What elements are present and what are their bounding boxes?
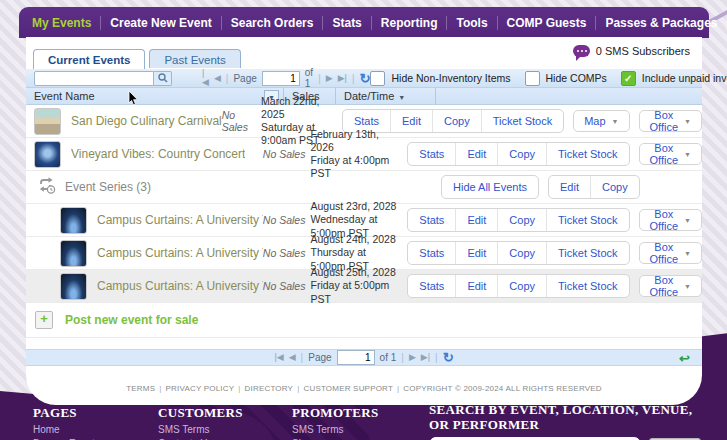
pager-of-label: of 1 xyxy=(380,352,397,363)
box-office-menu-button[interactable]: Box Office▼ xyxy=(639,110,702,132)
edit-button[interactable]: Edit xyxy=(455,275,497,297)
list-toolbar: |◀◀|Pageof 1|▶▶||↻ Hide Non-Inventory It… xyxy=(26,68,702,88)
pager-next-button[interactable]: ▶ xyxy=(326,74,333,83)
search-icon[interactable] xyxy=(154,71,172,86)
event-series-icon xyxy=(36,176,56,198)
legal-link-directory[interactable]: DIRECTORY xyxy=(245,384,294,393)
filter-label: Hide COMPs xyxy=(546,72,607,84)
box-office-menu-button[interactable]: Box Office▼ xyxy=(639,209,702,231)
edit-button[interactable]: Edit xyxy=(455,209,497,231)
tab-past-events[interactable]: Past Events xyxy=(149,49,240,69)
plus-icon[interactable]: + xyxy=(35,311,53,329)
edit-button[interactable]: Edit xyxy=(549,176,590,198)
sales-value: No Sales xyxy=(263,148,311,160)
checkbox[interactable]: ✓ xyxy=(621,71,636,86)
box-office-menu-button[interactable]: Box Office▼ xyxy=(639,143,702,165)
legal-link-privacy-policy[interactable]: PRIVACY POLICY xyxy=(166,384,235,393)
event-thumbnail xyxy=(60,240,87,267)
row-action-group: StatsEditCopyTicket Stock xyxy=(407,142,629,166)
search-input[interactable] xyxy=(34,71,154,86)
nav-item-passes-packages[interactable]: Passes & Packages xyxy=(595,16,726,30)
event-name-link[interactable]: Campus Curtains: A University Theater Pr… xyxy=(97,279,263,293)
tab-bar: Current EventsPast Events xyxy=(33,48,245,69)
pager-prev-button[interactable]: ◀ xyxy=(289,353,296,362)
hide-all-events-button[interactable]: Hide All Events xyxy=(442,176,538,198)
stats-button[interactable]: Stats xyxy=(408,275,455,297)
menu-label: Box Office xyxy=(650,208,679,232)
menu-label: Box Office xyxy=(650,142,679,166)
ticket-stock-button[interactable]: Ticket Stock xyxy=(546,275,629,297)
row-action-group: StatsEditCopyTicket Stock xyxy=(407,274,629,298)
ticket-stock-button[interactable]: Ticket Stock xyxy=(546,209,629,231)
pager-last-button[interactable]: ▶| xyxy=(421,353,430,362)
copy-button[interactable]: Copy xyxy=(590,176,639,198)
event-name-link[interactable]: Campus Curtains: A University Theater Pr… xyxy=(97,246,263,260)
sms-subscribers-label: 0 SMS Subscribers xyxy=(596,45,690,57)
pager-last-button[interactable]: ▶| xyxy=(338,74,347,83)
copy-button[interactable]: Copy xyxy=(497,143,546,165)
page-input[interactable] xyxy=(262,71,300,86)
pager-next-button[interactable]: ▶ xyxy=(409,353,416,362)
filter-label: Include unpaid invoices xyxy=(642,72,727,84)
copy-button[interactable]: Copy xyxy=(432,110,481,132)
pager-page-label: Page xyxy=(233,73,256,84)
nav-item-reporting[interactable]: Reporting xyxy=(371,16,447,30)
nav-item-create-new-event[interactable]: Create New Event xyxy=(100,16,220,30)
sms-subscribers[interactable]: 0 SMS Subscribers xyxy=(573,45,690,57)
map-menu-button[interactable]: Map▼ xyxy=(573,110,629,132)
table-header: Event Name ▼ Sales Date/Time▼ xyxy=(26,88,702,105)
event-name-link[interactable]: Campus Curtains: A University Theater Pr… xyxy=(97,213,263,227)
nav-item-stats[interactable]: Stats xyxy=(322,16,370,30)
event-name-link[interactable]: Vineyard Vibes: Country Concert xyxy=(71,147,245,161)
stats-button[interactable]: Stats xyxy=(408,209,455,231)
tab-current-events[interactable]: Current Events xyxy=(33,49,145,69)
box-office-menu-button[interactable]: Box Office▼ xyxy=(639,275,702,297)
ticket-stock-button[interactable]: Ticket Stock xyxy=(546,143,629,165)
edit-button[interactable]: Edit xyxy=(455,242,497,264)
post-new-event-row[interactable]: +Post new event for sale xyxy=(26,303,702,338)
nav-item-comp-guests[interactable]: COMP Guests xyxy=(497,16,596,30)
nav-item-my-events[interactable]: My Events xyxy=(23,16,100,30)
edit-button[interactable]: Edit xyxy=(455,143,497,165)
refresh-icon[interactable]: ↻ xyxy=(443,351,454,364)
nav-item-tools[interactable]: Tools xyxy=(446,16,496,30)
event-name-link[interactable]: San Diego Culinary Carnival xyxy=(71,114,222,128)
chevron-down-icon: ▼ xyxy=(684,118,691,125)
footer-link-sms-terms[interactable]: SMS Terms xyxy=(292,424,378,435)
back-arrow-icon[interactable]: ↩ xyxy=(679,351,690,366)
chat-bubble-icon xyxy=(573,45,590,57)
menu-label: Box Office xyxy=(650,274,679,298)
box-office-menu-button[interactable]: Box Office▼ xyxy=(639,242,702,264)
menu-label: Box Office xyxy=(650,241,679,265)
copy-button[interactable]: Copy xyxy=(497,275,546,297)
date-time-value: February 13th, 2026Friday at 4:00pm PST xyxy=(311,128,403,181)
pager-divider: | xyxy=(352,73,355,84)
pager-first-button[interactable]: |◀ xyxy=(202,69,209,87)
ticket-stock-button[interactable]: Ticket Stock xyxy=(481,110,564,132)
stats-button[interactable]: Stats xyxy=(408,242,455,264)
page-input[interactable] xyxy=(337,350,375,365)
event-thumbnail xyxy=(60,207,87,234)
copy-button[interactable]: Copy xyxy=(497,242,546,264)
page: My EventsCreate New EventSearch OrdersSt… xyxy=(0,0,727,440)
pager-of-label: of 1 xyxy=(305,67,313,89)
column-header-event-name[interactable]: Event Name ▼ xyxy=(26,88,284,105)
stats-button[interactable]: Stats xyxy=(408,143,455,165)
column-header-actions xyxy=(436,88,702,105)
legal-link-customer-support[interactable]: CUSTOMER SUPPORT xyxy=(303,384,393,393)
column-header-date[interactable]: Date/Time▼ xyxy=(336,88,436,105)
pager-first-button[interactable]: |◀ xyxy=(274,353,283,362)
post-new-event-label[interactable]: Post new event for sale xyxy=(65,313,198,327)
copy-button[interactable]: Copy xyxy=(497,209,546,231)
footer-link-home[interactable]: Home xyxy=(33,424,100,435)
refresh-icon[interactable]: ↻ xyxy=(360,72,371,85)
bottom-pagination: |◀◀|Pageof 1|▶▶||↻ xyxy=(274,350,453,365)
ticket-stock-button[interactable]: Ticket Stock xyxy=(546,242,629,264)
footer-link-sms-terms[interactable]: SMS Terms xyxy=(158,424,243,435)
checkbox[interactable] xyxy=(370,71,385,86)
series-primary-group: Hide All Events xyxy=(441,175,539,199)
nav-item-search-orders[interactable]: Search Orders xyxy=(221,16,323,30)
checkbox[interactable] xyxy=(525,71,540,86)
pager-prev-button[interactable]: ◀ xyxy=(214,74,221,83)
legal-link-terms[interactable]: TERMS xyxy=(126,384,155,393)
